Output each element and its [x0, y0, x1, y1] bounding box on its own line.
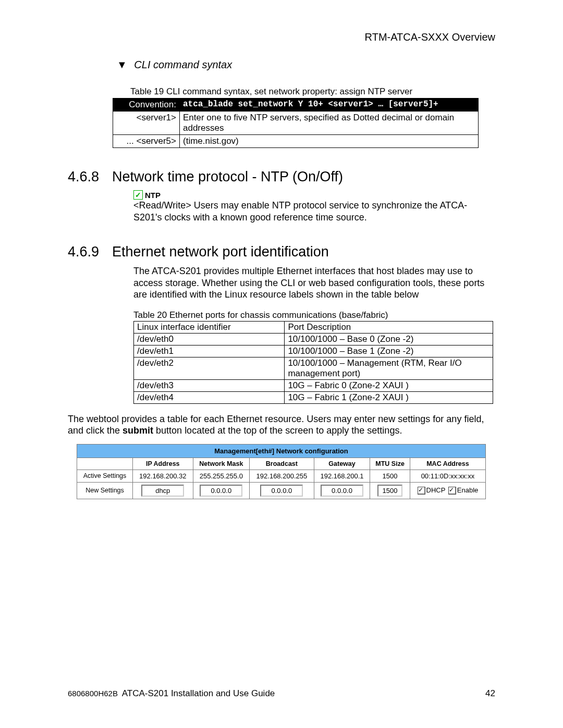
table20-caption: Table 20 Ethernet ports for chassis comm… [133, 310, 495, 320]
new-ip-cell: dhcp [133, 483, 193, 499]
active-settings-label: Active Settings [77, 470, 132, 482]
cell: /dev/eth4 [134, 391, 285, 403]
new-mask-input[interactable]: 0.0.0.0 [200, 485, 242, 497]
convention-label: Convention: [113, 98, 180, 112]
active-settings-row: Active Settings 192.168.200.32 255.255.2… [77, 470, 485, 482]
blank-header [77, 458, 132, 470]
ntp-icon-row: ✓ NTP [133, 190, 495, 200]
section-number: 4.6.9 [68, 244, 112, 260]
netconfig-title: Management[eth#] Network configuration [77, 445, 485, 458]
table-row: /dev/eth310G – Fabric 0 (Zone-2 XAUI ) [134, 379, 493, 391]
col-mac: MAC Address [410, 458, 485, 470]
section-number: 4.6.8 [68, 169, 112, 185]
triangle-down-icon: ▼ [117, 59, 127, 71]
dhcp-checkbox[interactable] [418, 487, 425, 495]
new-broadcast-cell: 0.0.0.0 [250, 483, 314, 499]
active-mask: 255.255.255.0 [193, 470, 250, 482]
table19-right1: Enter one to five NTP servers, specified… [180, 112, 479, 135]
page-footer: 6806800H62B ATCA-S201 Installation and U… [68, 688, 495, 699]
page-number: 42 [485, 688, 495, 699]
new-ip-input[interactable]: dhcp [141, 485, 184, 497]
table19-caption: Table 19 CLI command syntax, set network… [130, 87, 495, 97]
page-header-right: RTM-ATCA-SXXX Overview [68, 31, 495, 43]
table19-left1: <server1> [113, 112, 180, 135]
table-row: /dev/eth010/100/1000 – Base 0 (Zone -2) [134, 333, 493, 345]
table19: Convention: atca_blade set_network Y 10+… [113, 98, 479, 148]
section-4.6.9-body: The ATCA-S201 provides multiple Ethernet… [133, 265, 495, 301]
cell: 10/100/1000 – Management (RTM, Rear I/O … [285, 357, 493, 379]
section-title: Network time protocol - NTP (On/Off) [112, 169, 343, 185]
webtool-paragraph: The webtool provides a table for each Et… [68, 413, 495, 437]
cell: 10/100/1000 – Base 1 (Zone -2) [285, 345, 493, 357]
new-mtu-input[interactable]: 1500 [377, 485, 402, 497]
network-config-table: Management[eth#] Network configuration I… [77, 444, 486, 499]
doc-id: 6806800H62B [68, 689, 118, 698]
active-gateway: 192.168.200.1 [314, 470, 370, 482]
section-4.6.8-heading: 4.6.8 Network time protocol - NTP (On/Of… [68, 169, 495, 185]
cell: 10G – Fabric 0 (Zone-2 XAUI ) [285, 379, 493, 391]
webtool-text-2: button located at the top of the screen … [153, 425, 402, 436]
active-mac: 00:11:0D:xx:xx:xx [410, 470, 485, 482]
new-settings-row: New Settings dhcp 0.0.0.0 0.0.0.0 0.0.0.… [77, 483, 485, 499]
enable-checkbox[interactable] [448, 487, 456, 495]
col-ip: IP Address [133, 458, 193, 470]
footer-title: ATCA-S201 Installation and Use Guide [122, 688, 275, 698]
col-broadcast: Broadcast [250, 458, 314, 470]
dhcp-label: DHCP [426, 486, 446, 494]
table20-header-1: Linux interface identifier [134, 321, 285, 333]
table-row: /dev/eth110/100/1000 – Base 1 (Zone -2) [134, 345, 493, 357]
active-ip: 192.168.200.32 [133, 470, 193, 482]
footer-left: 6806800H62B ATCA-S201 Installation and U… [68, 688, 275, 699]
col-mask: Network Mask [193, 458, 250, 470]
cell: /dev/eth1 [134, 345, 285, 357]
new-broadcast-input[interactable]: 0.0.0.0 [260, 485, 303, 497]
col-gateway: Gateway [314, 458, 370, 470]
cell: /dev/eth0 [134, 333, 285, 345]
new-settings-label: New Settings [77, 483, 132, 499]
ntp-label: NTP [145, 191, 161, 200]
table-row: /dev/eth410G – Fabric 1 (Zone-2 XAUI ) [134, 391, 493, 403]
table19-left2: ... <server5> [113, 135, 180, 148]
section-title: Ethernet network port identification [112, 244, 329, 260]
active-broadcast: 192.168.200.255 [250, 470, 314, 482]
new-checkboxes-cell: DHCP Enable [410, 483, 485, 499]
new-mask-cell: 0.0.0.0 [193, 483, 250, 499]
checkbox-checked-icon: ✓ [133, 190, 143, 200]
cli-syntax-label: CLI command syntax [134, 59, 232, 70]
cell: /dev/eth3 [134, 379, 285, 391]
table-row: /dev/eth210/100/1000 – Management (RTM, … [134, 357, 493, 379]
table19-right2: (time.nist.gov) [180, 135, 479, 148]
new-mtu-cell: 1500 [370, 483, 410, 499]
cell: /dev/eth2 [134, 357, 285, 379]
convention-command: atca_blade set_network Y 10+ <server1> …… [180, 98, 479, 112]
cli-syntax-heading: ▼ CLI command syntax [117, 59, 495, 71]
new-gateway-cell: 0.0.0.0 [314, 483, 370, 499]
section-4.6.9-heading: 4.6.9 Ethernet network port identificati… [68, 244, 495, 260]
col-mtu: MTU Size [370, 458, 410, 470]
enable-label: Enable [457, 486, 478, 494]
submit-bold: submit [123, 425, 153, 436]
new-gateway-input[interactable]: 0.0.0.0 [321, 485, 363, 497]
cell: 10G – Fabric 1 (Zone-2 XAUI ) [285, 391, 493, 403]
cell: 10/100/1000 – Base 0 (Zone -2) [285, 333, 493, 345]
section-4.6.8-body: <Read/Write> Users may enable NTP protoc… [133, 200, 495, 223]
table20: Linux interface identifier Port Descript… [133, 321, 493, 404]
table20-header-2: Port Description [285, 321, 493, 333]
active-mtu: 1500 [370, 470, 410, 482]
